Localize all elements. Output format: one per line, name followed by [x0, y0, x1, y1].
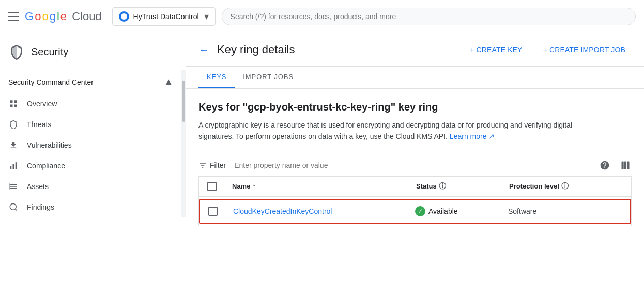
svg-rect-4: [10, 166, 11, 169]
chevron-down-icon: ▾: [204, 11, 209, 22]
sidebar-section-header: Security Command Center ▲: [0, 70, 181, 93]
row-status-cell: ✓ Available: [415, 206, 508, 216]
keys-table: Name ↑ Status ⓘ Protection level ⓘ: [198, 176, 632, 226]
download-icon: [8, 140, 19, 150]
protection-help-icon[interactable]: ⓘ: [561, 182, 569, 191]
project-name: HyTrust DataControl: [133, 12, 200, 21]
tab-import-jobs[interactable]: IMPORT JOBS: [235, 67, 302, 88]
sidebar-item-label: Overview: [27, 100, 57, 108]
hamburger-menu[interactable]: [8, 12, 19, 21]
status-text: Available: [428, 207, 458, 215]
row-checkbox[interactable]: [208, 207, 218, 216]
sidebar-item-label: Compliance: [27, 162, 65, 170]
sidebar-item-compliance[interactable]: Compliance: [0, 155, 181, 176]
google-cloud-logo: Google Cloud: [25, 10, 102, 23]
sidebar-item-label: Threats: [27, 120, 51, 129]
svg-rect-7: [10, 183, 11, 190]
scrollbar-thumb: [182, 81, 185, 122]
shield-alert-icon: [8, 119, 19, 130]
sidebar-item-findings[interactable]: Findings: [0, 197, 181, 217]
project-selector[interactable]: HyTrust DataControl ▾: [112, 7, 216, 26]
content-description: A cryptographic key is a resource that i…: [198, 119, 591, 143]
content-area: Keys for "gcp-byok-entrust-kc-key-ring" …: [186, 89, 644, 239]
create-key-button[interactable]: + CREATE KEY: [464, 41, 528, 58]
header-status-cell: Status ⓘ: [416, 182, 509, 191]
row-protection-cell: Software: [508, 207, 622, 215]
sidebar-item-assets[interactable]: Assets: [0, 176, 181, 197]
sidebar: Security Security Command Center ▲ Overv…: [0, 33, 186, 298]
table-header: Name ↑ Status ⓘ Protection level ⓘ: [199, 177, 631, 197]
table-row: CloudKeyCreatedInKeyControl ✓ Available …: [199, 199, 631, 224]
tab-keys[interactable]: KEYS: [198, 67, 235, 88]
sidebar-item-overview[interactable]: Overview: [0, 93, 181, 114]
create-import-job-button[interactable]: + CREATE IMPORT JOB: [537, 41, 632, 58]
back-button[interactable]: ←: [198, 44, 209, 56]
filter-bar: Filter: [198, 155, 632, 176]
main-content: ← Key ring details + CREATE KEY + CREATE…: [186, 33, 644, 298]
collapse-icon[interactable]: ▲: [164, 76, 173, 87]
sidebar-item-vulnerabilities[interactable]: Vulnerabilities: [0, 135, 181, 155]
row-name-cell: CloudKeyCreatedInKeyControl: [233, 207, 415, 215]
header-protection-cell: Protection level ⓘ: [509, 182, 623, 191]
sidebar-section-title: Security Command Center: [8, 78, 94, 86]
sidebar-item-label: Assets: [27, 182, 49, 191]
learn-more-link[interactable]: Learn more ↗: [450, 132, 495, 140]
tabs-bar: KEYS IMPORT JOBS: [186, 67, 644, 89]
filter-icons: [599, 159, 632, 171]
search-input[interactable]: [222, 8, 636, 25]
filter-icon: [198, 161, 207, 169]
bar-chart-icon: [8, 161, 19, 171]
available-status-icon: ✓: [415, 206, 425, 216]
row-checkbox-cell: [208, 207, 233, 216]
shield-icon: [8, 43, 25, 60]
content-title: Keys for "gcp-byok-entrust-kc-key-ring" …: [198, 101, 632, 113]
sidebar-header: Security: [0, 33, 186, 70]
key-name-link[interactable]: CloudKeyCreatedInKeyControl: [233, 207, 332, 215]
svg-rect-2: [10, 105, 12, 107]
svg-rect-1: [14, 100, 17, 103]
assets-icon: [8, 181, 19, 192]
grid-icon: [8, 99, 19, 109]
filter-input[interactable]: [230, 159, 594, 171]
project-avatar: [119, 11, 129, 22]
header-checkbox[interactable]: [207, 182, 217, 191]
svg-rect-6: [16, 162, 17, 169]
svg-rect-10: [622, 161, 624, 169]
header-name-cell: Name ↑: [232, 182, 416, 191]
svg-line-9: [15, 209, 17, 210]
svg-rect-5: [13, 164, 14, 169]
sidebar-item-threats[interactable]: Threats: [0, 114, 181, 135]
svg-rect-12: [627, 161, 629, 169]
main-header: ← Key ring details + CREATE KEY + CREATE…: [186, 33, 644, 67]
svg-point-8: [10, 203, 16, 210]
header-checkbox-cell: [207, 182, 232, 191]
sort-arrow-icon[interactable]: ↑: [252, 183, 255, 190]
search-circle-icon: [8, 202, 19, 212]
top-navigation: Google Cloud HyTrust DataControl ▾: [0, 0, 644, 33]
svg-rect-3: [14, 105, 17, 107]
sidebar-title: Security: [31, 46, 68, 58]
filter-label: Filter: [198, 161, 226, 169]
page-title: Key ring details: [217, 43, 455, 56]
sidebar-scrollbar[interactable]: [181, 70, 186, 217]
columns-icon-button[interactable]: [619, 159, 632, 171]
page-layout: Security Security Command Center ▲ Overv…: [0, 33, 644, 298]
svg-rect-0: [10, 100, 12, 103]
sidebar-item-label: Findings: [27, 203, 54, 211]
sidebar-item-label: Vulnerabilities: [27, 141, 72, 149]
status-help-icon[interactable]: ⓘ: [439, 182, 446, 191]
help-icon-button[interactable]: [599, 159, 611, 171]
svg-rect-11: [624, 161, 626, 169]
